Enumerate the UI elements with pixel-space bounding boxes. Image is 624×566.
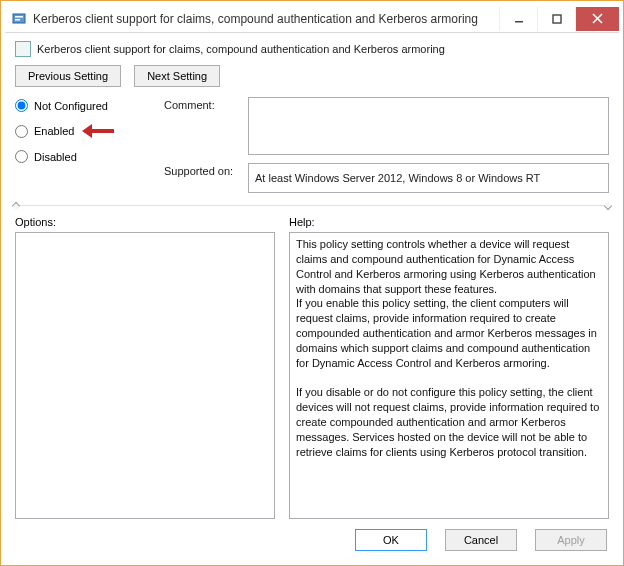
svg-rect-4 [553,15,561,23]
close-button[interactable] [575,7,619,31]
footer: OK Cancel Apply [5,519,619,561]
titlebar: Kerberos client support for claims, comp… [5,5,619,33]
radio-enabled-label: Enabled [34,125,74,137]
supported-on-label: Supported on: [164,163,244,177]
radio-disabled-label: Disabled [34,151,77,163]
radio-not-configured-input[interactable] [15,99,28,112]
svg-rect-0 [13,14,25,23]
radio-not-configured-label: Not Configured [34,100,108,112]
policy-icon [15,41,31,57]
top-grid: Not Configured Enabled Disabled Comment:… [5,97,619,193]
nav-row: Previous Setting Next Setting [5,61,619,97]
comment-label: Comment: [164,97,244,111]
annotation-arrow-icon [80,124,120,138]
options-column: Options: [15,216,275,519]
svg-rect-1 [15,16,23,18]
state-radios: Not Configured Enabled Disabled [15,97,160,163]
svg-rect-3 [515,21,523,23]
radio-enabled[interactable]: Enabled [15,124,160,138]
cancel-button[interactable]: Cancel [445,529,517,551]
options-label: Options: [15,216,275,228]
next-setting-button[interactable]: Next Setting [134,65,220,87]
options-box[interactable] [15,232,275,519]
previous-setting-button[interactable]: Previous Setting [15,65,121,87]
radio-disabled[interactable]: Disabled [15,150,160,163]
divider [15,205,609,206]
mid-row: Options: Help: This policy setting contr… [5,210,619,519]
help-column: Help: This policy setting controls wheth… [289,216,609,519]
window-title: Kerberos client support for claims, comp… [33,12,499,26]
svg-rect-2 [15,19,20,21]
app-icon [11,11,27,27]
supported-on-field: At least Windows Server 2012, Windows 8 … [248,163,609,193]
comment-field[interactable] [248,97,609,155]
policy-header: Kerberos client support for claims, comp… [5,33,619,61]
policy-title: Kerberos client support for claims, comp… [37,43,445,55]
supported-on-text: At least Windows Server 2012, Windows 8 … [255,172,540,184]
ok-button[interactable]: OK [355,529,427,551]
radio-disabled-input[interactable] [15,150,28,163]
maximize-button[interactable] [537,7,575,31]
radio-not-configured[interactable]: Not Configured [15,99,160,112]
help-box[interactable]: This policy setting controls whether a d… [289,232,609,519]
minimize-button[interactable] [499,7,537,31]
radio-enabled-input[interactable] [15,125,28,138]
help-label: Help: [289,216,609,228]
apply-button[interactable]: Apply [535,529,607,551]
